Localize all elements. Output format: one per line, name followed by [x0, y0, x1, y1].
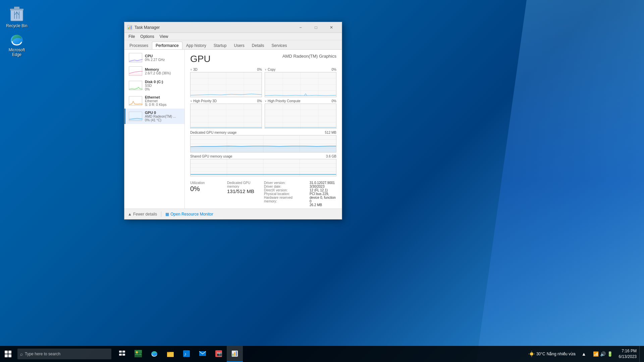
recycle-bin-svg [9, 5, 25, 22]
search-icon: ⌕ [20, 351, 23, 357]
taskbar: ⌕ Type here to search [0, 346, 644, 362]
start-button[interactable] [0, 346, 16, 362]
tab-processes[interactable]: Processes [126, 42, 152, 49]
separator [161, 212, 161, 217]
taskbar-search-bar[interactable]: ⌕ Type here to search [17, 349, 111, 359]
open-resource-monitor-button[interactable]: ▦ Open Resource Monitor [165, 212, 213, 217]
close-button[interactable]: ✕ [324, 22, 339, 33]
svg-rect-65 [236, 351, 237, 356]
sidebar-item-ethernet[interactable]: Ethernet Ethernet S: 0 R: 0 Kbps [124, 93, 184, 109]
store-icon: ♪ [182, 350, 191, 358]
graph-copy-box [265, 72, 336, 97]
svg-rect-64 [234, 352, 235, 356]
maximize-button[interactable]: □ [308, 22, 324, 33]
graph-hpcompute-label: ∨ High Priority Compute [265, 99, 301, 103]
driver-info-block: Driver version: Driver date: DirectX ver… [264, 181, 336, 207]
menu-view[interactable]: View [157, 34, 171, 40]
menu-file[interactable]: File [126, 34, 138, 40]
recycle-bin-label: Recycle Bin [6, 23, 27, 28]
weather-desc: Nắng nhiều vừa [547, 352, 576, 356]
tab-startup[interactable]: Startup [210, 42, 230, 49]
taskbar-apps: ♪ 📷 [114, 346, 243, 362]
stat-dedicated-mem: Dedicated GPU memory 131/512 MB [227, 180, 263, 208]
search-placeholder-text: Type here to search [25, 352, 60, 356]
driver-version-key: Driver version: [264, 181, 304, 185]
chevron-hp3d: ∨ [190, 100, 192, 103]
taskview-icon [119, 350, 125, 357]
ethernet-sub1: Ethernet [145, 99, 166, 103]
shared-mem-max: 3.6 GB [326, 155, 336, 158]
memory-sub: 2.6/7.2 GB (36%) [145, 71, 171, 75]
sidebar-item-gpu[interactable]: GPU 0 AMD Radeon(TM) ... 0% (41 °C) [124, 109, 184, 124]
gpu-header: GPU AMD Radeon(TM) Graphics [190, 54, 336, 64]
memory-info: Memory 2.6/7.2 GB (36%) [145, 67, 171, 75]
graphs-row-2: ∨ High Priority 3D 0% [190, 99, 336, 129]
gpu-sub1: AMD Radeon(TM) ... [145, 115, 176, 118]
tab-details[interactable]: Details [248, 42, 268, 49]
cpu-info: CPU 0% 2.27 GHz [145, 54, 165, 62]
driver-date-val: 3/30/2023 [310, 185, 336, 188]
sidebar-item-cpu[interactable]: CPU 0% 2.27 GHz [124, 51, 184, 64]
tab-performance[interactable]: Performance [152, 42, 182, 49]
recycle-bin-icon[interactable]: Recycle Bin [3, 3, 30, 29]
driver-values: 31.0.12027.9001 3/30/2023 12 (FL 12.1) P… [310, 181, 336, 207]
network-icon[interactable]: 📶 [593, 351, 599, 357]
cpu-name: CPU [145, 54, 165, 58]
weather-temp: 30°C [536, 352, 545, 356]
svg-text:📷: 📷 [217, 351, 222, 357]
taskbar-app-explorer[interactable] [162, 346, 178, 362]
taskbar-app-store[interactable]: ♪ [178, 346, 195, 362]
gpu-title: GPU [190, 54, 211, 64]
svg-rect-50 [119, 354, 122, 356]
svg-text:♪: ♪ [184, 351, 186, 357]
minimize-button[interactable]: − [293, 22, 308, 33]
taskbar-clock[interactable]: 7:16 PM 6/13/2023 [616, 348, 639, 360]
stat-utilization: Utilization 0% [190, 180, 226, 208]
taskbar-app-photos[interactable] [130, 346, 146, 362]
taskbar-app-taskmanager[interactable] [227, 346, 243, 362]
cpu-mini-graph [129, 53, 142, 62]
volume-icon[interactable]: 🔊 [600, 351, 606, 357]
menu-options[interactable]: Options [138, 34, 157, 40]
graphs-row-1: ∨ 3D 0% [190, 68, 336, 97]
chevron-hpcompute: ∨ [265, 100, 267, 103]
content-area: CPU 0% 2.27 GHz Memory [124, 50, 342, 208]
edge-icon-container[interactable]: Microsoft Edge [3, 30, 30, 58]
edge-icon-svg [9, 32, 25, 48]
taskbar-right: 30°C Nắng nhiều vừa ▲ 📶 🔊 🔋 7:16 PM 6/13… [526, 346, 644, 362]
physical-loc-val: PCI bus 229, device 0, function 0 [310, 192, 336, 203]
tab-services[interactable]: Services [268, 42, 291, 49]
monitor-icon: ▦ [165, 212, 169, 217]
memory-mini-graph [129, 66, 142, 76]
graph-hpcompute: ∨ High Priority Compute 0% [265, 99, 336, 129]
systray-expand[interactable]: ▲ [578, 351, 590, 357]
taskbar-app-6[interactable]: 📷 [211, 346, 227, 362]
memory-name: Memory [145, 67, 171, 71]
taskbar-app-taskview[interactable] [114, 346, 130, 362]
driver-info-col1: Driver version: Driver date: DirectX ver… [264, 180, 336, 208]
svg-rect-51 [122, 354, 125, 356]
taskbar-app-mail[interactable] [195, 346, 211, 362]
sidebar: CPU 0% 2.27 GHz Memory [124, 50, 185, 208]
graph-hpcompute-box [265, 104, 336, 129]
battery-icon[interactable]: 🔋 [607, 351, 613, 357]
stat-utilization-value: 0% [190, 185, 226, 193]
shared-memory-section: Shared GPU memory usage 3.6 GB [190, 155, 336, 176]
taskbar-app-edge[interactable] [146, 346, 162, 362]
graph-copy-label-row: ∨ Copy 0% [265, 68, 336, 71]
stat-utilization-label: Utilization [190, 181, 226, 185]
svg-marker-41 [191, 146, 336, 152]
sidebar-item-memory[interactable]: Memory 2.6/7.2 GB (36%) [124, 64, 184, 78]
tab-apphistory[interactable]: App history [182, 42, 210, 49]
sidebar-item-disk[interactable]: Disk 0 (C:) SSD 0% [124, 78, 184, 93]
weather-widget[interactable]: 30°C Nắng nhiều vừa [526, 351, 578, 357]
title-bar: Task Manager − □ ✕ [124, 22, 342, 33]
menu-bar: File Options View [124, 33, 342, 40]
graph-hp3d-percent: 0% [257, 99, 262, 103]
svg-rect-8 [128, 27, 129, 29]
graph-hp3d: ∨ High Priority 3D 0% [190, 99, 262, 129]
fewer-details-button[interactable]: ▲ Fewer details [128, 212, 157, 217]
ethernet-info: Ethernet Ethernet S: 0 R: 0 Kbps [145, 95, 166, 107]
tab-users[interactable]: Users [230, 42, 248, 49]
show-desktop-button[interactable] [639, 346, 641, 362]
